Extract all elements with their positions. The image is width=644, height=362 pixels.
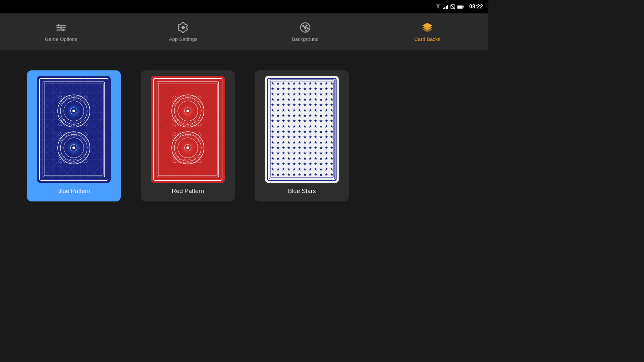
status-icons: [435, 4, 464, 9]
svg-rect-1: [444, 7, 445, 9]
signal-icon: [443, 4, 448, 9]
svg-rect-99: [154, 79, 221, 180]
nav-bar: Game Options App Settings Background Car…: [0, 13, 488, 50]
nav-label-game-options: Game Options: [45, 36, 77, 42]
card-image-blue-stars: [265, 76, 339, 183]
nav-label-app-settings: App Settings: [169, 36, 197, 42]
svg-point-145: [186, 146, 189, 149]
svg-rect-32: [40, 79, 107, 180]
sliders-icon: [55, 21, 67, 34]
svg-rect-14: [62, 29, 64, 31]
status-bar: 08:22: [0, 0, 488, 13]
status-time: 08:22: [469, 4, 483, 10]
main-content: Blue Pattern: [0, 50, 488, 274]
svg-point-17: [306, 24, 308, 26]
nav-item-background[interactable]: Background: [244, 13, 366, 50]
svg-point-48: [72, 110, 75, 112]
svg-point-19: [305, 29, 307, 32]
svg-rect-7: [463, 6, 464, 8]
svg-point-115: [186, 110, 189, 112]
svg-point-18: [307, 27, 309, 29]
card-image-red-pattern: [151, 76, 225, 183]
nav-label-background: Background: [292, 36, 319, 42]
svg-point-78: [72, 146, 75, 149]
palette-icon: [299, 21, 311, 34]
svg-line-5: [451, 5, 454, 8]
card-label-red-pattern: Red Pattern: [172, 188, 204, 195]
layers-icon: [421, 21, 433, 34]
nav-item-card-backs[interactable]: Card Backs: [366, 13, 488, 50]
svg-rect-11: [56, 29, 66, 31]
nav-item-app-settings[interactable]: App Settings: [122, 13, 244, 50]
card-label-blue-stars: Blue Stars: [288, 188, 316, 195]
svg-rect-0: [443, 8, 444, 9]
card-back-blue-stars[interactable]: Blue Stars: [255, 70, 349, 201]
card-back-red-pattern[interactable]: Red Pattern: [141, 70, 235, 201]
svg-rect-13: [60, 26, 62, 29]
card-image-blue-pattern: [37, 76, 111, 183]
gear-icon: [177, 21, 189, 34]
svg-rect-8: [458, 6, 463, 8]
wifi-icon: [435, 4, 441, 9]
battery-icon: [457, 5, 464, 9]
card-back-blue-pattern[interactable]: Blue Pattern: [27, 70, 121, 201]
svg-rect-165: [271, 82, 333, 177]
card-label-blue-pattern: Blue Pattern: [57, 188, 90, 195]
nav-label-card-backs: Card Backs: [414, 36, 440, 42]
svg-rect-12: [58, 24, 59, 26]
svg-point-20: [304, 26, 307, 29]
svg-point-16: [302, 25, 304, 27]
nav-item-game-options[interactable]: Game Options: [0, 13, 122, 50]
svg-rect-2: [446, 6, 447, 9]
svg-rect-3: [447, 5, 448, 9]
no-sim-icon: [450, 4, 455, 9]
